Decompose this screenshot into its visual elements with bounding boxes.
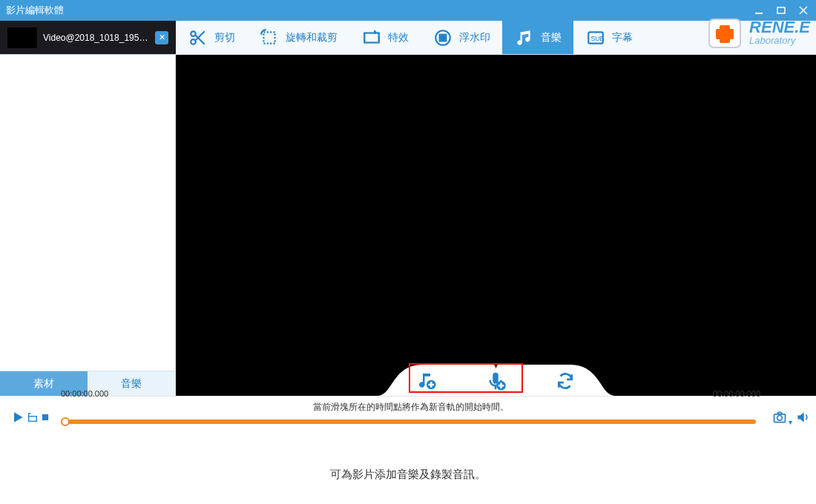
time-start: 00:00:00.000 [61,389,120,398]
tool-label: 字幕 [612,31,633,44]
tool-label: 旋轉和裁剪 [286,31,338,44]
tool-label: 特效 [388,31,409,44]
svg-point-5 [191,39,196,44]
file-tab-label: Video@2018_1018_1956... [43,33,149,43]
step-button[interactable] [27,411,39,426]
main-toolbar: Video@2018_1018_1956... ✕ 剪切 旋轉和裁剪 特效 浮水… [0,21,816,55]
tool-label: 浮水印 [459,31,490,44]
play-button[interactable] [10,410,25,428]
snapshot-button[interactable]: ▾ [771,410,792,428]
audio-panel: ▾ [378,359,615,396]
effects-icon [361,27,382,48]
tool-effects[interactable]: 特效 [349,21,421,54]
video-preview: ▾ [176,55,816,396]
svg-point-13 [441,35,446,40]
file-tab[interactable]: Video@2018_1018_1956... ✕ [0,21,176,54]
close-file-icon[interactable]: ✕ [155,31,168,44]
tool-label: 剪切 [214,31,235,44]
first-aid-icon [705,12,745,52]
brand-sub: Laboratory [749,36,810,45]
svg-point-27 [777,416,783,421]
sidebar: 素材 音樂 [0,55,176,396]
tool-watermark[interactable]: 浮水印 [421,21,502,54]
timeline-track[interactable] [65,420,756,424]
timeline-knob[interactable] [61,417,70,426]
svg-rect-8 [263,32,274,43]
title-bar: 影片編輯軟體 [0,0,816,21]
volume-button[interactable] [795,410,810,428]
highlight-annotation [409,363,523,393]
video-thumbnail [7,27,37,48]
refresh-button[interactable] [553,368,578,394]
svg-text:SUB: SUB [591,35,605,42]
tool-label: 音樂 [541,31,562,44]
stop-button[interactable] [40,412,50,425]
time-end: 00:00:00.000 [701,389,760,398]
tool-rotate[interactable]: 旋轉和裁剪 [247,21,349,54]
crop-rotate-icon [259,27,280,48]
window-title: 影片編輯軟體 [6,4,64,17]
music-icon [514,27,535,48]
message-area: 可為影片添加音樂及錄製音訊。 [0,440,816,504]
workspace: 素材 音樂 ▾ [0,55,816,396]
svg-rect-24 [29,417,37,422]
timeline: 當前滑塊所在的時間點將作為新音軌的開始時間。 00:00:00.000 00:0… [61,399,760,424]
svg-rect-25 [42,414,48,420]
tool-music[interactable]: 音樂 [502,21,573,54]
svg-rect-19 [716,29,734,39]
brand-logo: RENE.ELaboratory [699,12,816,52]
info-message: 可為影片添加音樂及錄製音訊。 [330,468,486,482]
watermark-icon [432,27,453,48]
tool-cut[interactable]: 剪切 [176,21,247,54]
panel-hint: 當前滑塊所在的時間點將作為新音軌的開始時間。 [61,401,760,414]
svg-rect-9 [364,33,379,42]
brand-name: RENE.E [749,18,810,36]
svg-point-4 [191,31,196,36]
subtitle-icon: SUB [585,27,606,48]
playback-controls: 當前滑塊所在的時間點將作為新音軌的開始時間。 00:00:00.000 00:0… [0,396,816,440]
tool-subtitle[interactable]: SUB 字幕 [573,21,645,54]
scissors-icon [188,27,208,48]
